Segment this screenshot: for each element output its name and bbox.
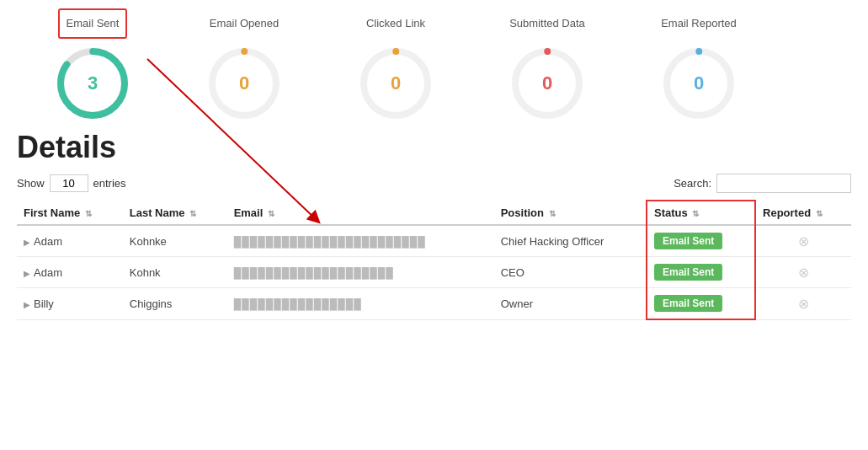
donut-email-opened: 0 [206, 46, 282, 121]
sort-icon-last-name: ⇅ [189, 209, 196, 218]
donut-email-sent: 3 [55, 46, 130, 121]
cell-email: ████████████████████ [227, 257, 494, 288]
email-blurred: ████████████████████ [234, 267, 394, 279]
expand-icon[interactable]: ▶ [24, 238, 30, 247]
sort-icon-first-name: ⇅ [85, 209, 92, 218]
reported-icon: ⊗ [798, 234, 809, 249]
cell-status: Email Sent [647, 288, 755, 320]
show-entries-control: Show entries [17, 174, 126, 192]
cell-reported: ⊗ [755, 225, 851, 257]
expand-icon[interactable]: ▶ [24, 300, 30, 309]
cell-last-name: Kohnk [123, 257, 227, 288]
entries-label: entries [93, 177, 126, 190]
table-row: ▶AdamKohnk████████████████████CEOEmail S… [17, 257, 851, 288]
show-label: Show [17, 177, 45, 190]
cell-email: ████████████████ [227, 288, 494, 320]
email-blurred: ████████████████████████ [234, 236, 426, 248]
table-row: ▶BillyChiggins████████████████OwnerEmail… [17, 288, 851, 320]
stat-item-email-opened: Email Opened 0 [168, 8, 320, 121]
stat-label-email-opened: Email Opened [210, 8, 279, 39]
cell-position: CEO [494, 257, 647, 288]
stat-label-submitted-data: Submitted Data [509, 8, 585, 39]
cell-last-name: Kohnke [123, 225, 227, 257]
stat-value-email-reported: 0 [694, 72, 704, 94]
cell-position: Owner [494, 288, 647, 320]
stat-value-submitted-data: 0 [542, 72, 552, 94]
header-row: First Name ⇅Last Name ⇅Email ⇅Position ⇅… [17, 201, 851, 225]
th-last-name[interactable]: Last Name ⇅ [123, 201, 227, 225]
table-body: ▶AdamKohnke████████████████████████Chief… [17, 225, 851, 319]
cell-status: Email Sent [647, 257, 755, 288]
cell-last-name: Chiggins [123, 288, 227, 320]
cell-first-name: ▶Adam [17, 225, 123, 257]
data-table: First Name ⇅Last Name ⇅Email ⇅Position ⇅… [17, 200, 851, 320]
stats-row: Email Sent 3 Email Opened 0 Clicked Link [0, 0, 868, 130]
stat-label-email-reported: Email Reported [661, 8, 737, 39]
table-row: ▶AdamKohnke████████████████████████Chief… [17, 225, 851, 257]
details-section: Details Show entries Search: First Name … [0, 130, 868, 320]
table-controls: Show entries Search: [17, 174, 851, 193]
search-input[interactable] [716, 174, 851, 193]
email-blurred: ████████████████ [234, 298, 362, 310]
status-badge: Email Sent [654, 295, 722, 312]
search-box: Search: [674, 174, 851, 193]
cell-reported: ⊗ [755, 257, 851, 288]
donut-clicked-link: 0 [358, 46, 434, 121]
donut-submitted-data: 0 [509, 46, 585, 121]
th-position[interactable]: Position ⇅ [494, 201, 647, 225]
sort-icon-reported: ⇅ [816, 209, 823, 218]
th-email[interactable]: Email ⇅ [227, 201, 494, 225]
details-title: Details [17, 130, 851, 165]
cell-reported: ⊗ [755, 288, 851, 320]
status-badge: Email Sent [654, 264, 722, 281]
cell-status: Email Sent [647, 225, 755, 257]
cell-first-name: ▶Billy [17, 288, 123, 320]
search-label: Search: [674, 177, 711, 190]
cell-email: ████████████████████████ [227, 225, 494, 257]
cell-first-name: ▶Adam [17, 257, 123, 288]
entries-input[interactable] [50, 174, 88, 192]
th-reported[interactable]: Reported ⇅ [755, 201, 851, 225]
expand-icon[interactable]: ▶ [24, 269, 30, 278]
cell-position: Chief Hacking Officer [494, 225, 647, 257]
reported-icon: ⊗ [798, 265, 809, 280]
stat-value-clicked-link: 0 [391, 72, 401, 94]
table-header: First Name ⇅Last Name ⇅Email ⇅Position ⇅… [17, 201, 851, 225]
donut-email-reported: 0 [661, 46, 737, 121]
stat-item-email-sent: Email Sent 3 [17, 8, 168, 121]
status-badge: Email Sent [654, 233, 722, 249]
stat-label-email-sent: Email Sent [58, 8, 128, 39]
th-first-name[interactable]: First Name ⇅ [17, 201, 123, 225]
sort-icon-position: ⇅ [549, 209, 556, 218]
reported-icon: ⊗ [798, 297, 809, 311]
sort-icon-email: ⇅ [268, 209, 274, 218]
stat-item-submitted-data: Submitted Data 0 [471, 8, 623, 121]
th-status[interactable]: Status ⇅ [647, 201, 755, 225]
sort-icon-status: ⇅ [692, 209, 699, 218]
stat-value-email-opened: 0 [239, 72, 249, 94]
stat-item-clicked-link: Clicked Link 0 [320, 8, 471, 121]
stat-value-email-sent: 3 [88, 72, 98, 94]
stat-item-email-reported: Email Reported 0 [623, 8, 775, 121]
stat-label-clicked-link: Clicked Link [366, 8, 425, 39]
